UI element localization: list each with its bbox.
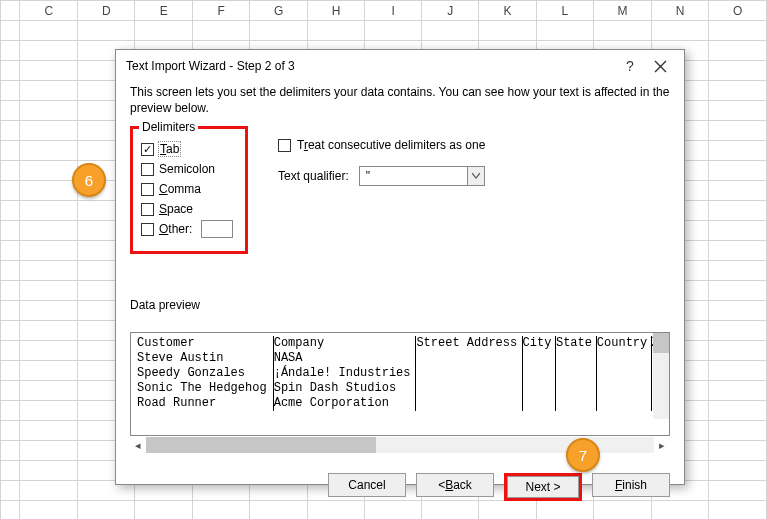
cell[interactable] [20,501,78,520]
preview-vertical-scrollbar[interactable] [653,333,669,419]
delimiter-checkbox-comma[interactable] [141,183,154,196]
cancel-button[interactable]: Cancel [328,473,406,497]
cell[interactable] [709,161,767,181]
cell[interactable] [20,101,78,121]
cell[interactable] [594,21,652,41]
delimiter-label: Tab [159,142,180,156]
cell[interactable] [20,221,78,241]
column-header[interactable]: O [709,1,767,21]
column-header[interactable]: F [192,1,249,21]
next-button[interactable]: Next > [507,476,579,498]
column-header[interactable]: J [422,1,479,21]
cell[interactable] [135,21,192,41]
column-header[interactable]: N [651,1,709,21]
column-header[interactable]: C [20,1,78,21]
column-header[interactable]: L [536,1,593,21]
text-qualifier-select[interactable] [359,166,485,186]
cell[interactable] [709,61,767,81]
cell[interactable] [20,281,78,301]
cell[interactable] [77,21,135,41]
cell[interactable] [20,241,78,261]
cell[interactable] [709,241,767,261]
preview-cell [555,351,596,366]
cell[interactable] [709,421,767,441]
cell[interactable] [709,201,767,221]
cell[interactable] [536,21,593,41]
text-qualifier-input[interactable] [359,166,467,186]
scrollbar-thumb[interactable] [146,437,376,453]
preview-cell: Sonic The Hedgehog [137,381,273,396]
preview-cell [555,381,596,396]
cell[interactable] [20,361,78,381]
cell[interactable] [192,21,249,41]
cell[interactable] [709,221,767,241]
scrollbar-thumb[interactable] [653,333,669,353]
cell[interactable] [365,21,422,41]
cell[interactable] [20,21,78,41]
delimiter-checkbox-tab[interactable] [141,143,154,156]
scroll-left-arrow-icon[interactable]: ◂ [130,437,146,453]
back-button[interactable]: < Back [416,473,494,497]
delimiter-checkbox-semicolon[interactable] [141,163,154,176]
column-header[interactable]: G [250,1,308,21]
cell[interactable] [709,101,767,121]
cell[interactable] [709,281,767,301]
chevron-down-icon[interactable] [467,166,485,186]
cell[interactable] [709,121,767,141]
cell[interactable] [20,81,78,101]
cell[interactable] [20,161,78,181]
cell[interactable] [20,61,78,81]
cell[interactable] [651,21,709,41]
column-header[interactable]: I [365,1,422,21]
other-delimiter-input[interactable] [201,220,233,238]
column-header[interactable]: E [135,1,192,21]
treat-consecutive-checkbox[interactable] [278,139,291,152]
cell[interactable] [20,301,78,321]
cell[interactable] [20,441,78,461]
cell[interactable] [307,21,365,41]
cell[interactable] [709,21,767,41]
cell[interactable] [709,501,767,520]
column-header[interactable]: M [594,1,652,21]
cell[interactable] [20,401,78,421]
cell[interactable] [20,141,78,161]
cell[interactable] [709,401,767,421]
cell[interactable] [20,321,78,341]
cell[interactable] [709,261,767,281]
cell[interactable] [20,121,78,141]
delimiter-checkbox-other[interactable] [141,223,154,236]
cell[interactable] [20,41,78,61]
delimiter-label: Semicolon [159,162,215,176]
cell[interactable] [20,461,78,481]
cell[interactable] [20,181,78,201]
cell[interactable] [709,321,767,341]
cell[interactable] [20,341,78,361]
scroll-right-arrow-icon[interactable]: ▸ [654,437,670,453]
column-header[interactable]: K [479,1,536,21]
cell[interactable] [709,441,767,461]
cell[interactable] [250,21,308,41]
cell[interactable] [709,381,767,401]
cell[interactable] [709,341,767,361]
cell[interactable] [422,21,479,41]
cell[interactable] [20,261,78,281]
cell[interactable] [709,181,767,201]
delimiter-checkbox-space[interactable] [141,203,154,216]
close-button[interactable] [654,60,674,73]
cell[interactable] [20,381,78,401]
cell[interactable] [20,201,78,221]
finish-button[interactable]: Finish [592,473,670,497]
help-button[interactable]: ? [620,58,640,74]
cell[interactable] [709,461,767,481]
column-header[interactable]: H [307,1,365,21]
cell[interactable] [479,21,536,41]
cell[interactable] [709,301,767,321]
cell[interactable] [709,361,767,381]
cell[interactable] [709,481,767,501]
cell[interactable] [709,141,767,161]
cell[interactable] [20,481,78,501]
column-header[interactable]: D [77,1,135,21]
cell[interactable] [709,81,767,101]
cell[interactable] [20,421,78,441]
cell[interactable] [709,41,767,61]
